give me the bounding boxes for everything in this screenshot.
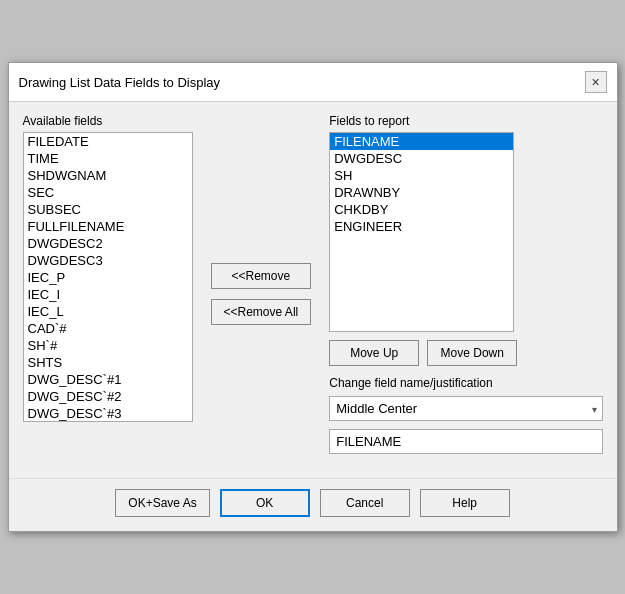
middle-buttons-panel: <<Remove <<Remove All xyxy=(203,114,320,454)
dialog-title: Drawing List Data Fields to Display xyxy=(19,75,221,90)
field-name-input[interactable] xyxy=(329,429,602,454)
available-field-item[interactable]: DWG_DESC`#1 xyxy=(24,371,192,388)
close-button[interactable]: × xyxy=(585,71,607,93)
footer: OK+Save As OK Cancel Help xyxy=(9,478,617,531)
available-field-item[interactable]: DWGDESC2 xyxy=(24,235,192,252)
report-field-item[interactable]: DRAWNBY xyxy=(330,184,513,201)
ok-button[interactable]: OK xyxy=(220,489,310,517)
report-field-item[interactable]: FILENAME xyxy=(330,133,513,150)
available-field-item[interactable]: FULLFILENAME xyxy=(24,218,192,235)
available-field-item[interactable]: CAD`# xyxy=(24,320,192,337)
fields-to-report-listbox[interactable]: FILENAMEDWGDESCSHDRAWNBYCHKDBYENGINEER xyxy=(329,132,514,332)
available-field-item[interactable]: SEC xyxy=(24,184,192,201)
available-field-item[interactable]: DWGDESC3 xyxy=(24,252,192,269)
move-buttons: Move Up Move Down xyxy=(329,340,602,366)
available-field-item[interactable]: DWG_DESC`#2 xyxy=(24,388,192,405)
available-field-item[interactable]: TIME xyxy=(24,150,192,167)
help-button[interactable]: Help xyxy=(420,489,510,517)
title-bar: Drawing List Data Fields to Display × xyxy=(9,63,617,102)
available-field-item[interactable]: SHDWGNAM xyxy=(24,167,192,184)
report-field-item[interactable]: DWGDESC xyxy=(330,150,513,167)
available-fields-panel: Available fields FILEDATETIMESHDWGNAMSEC… xyxy=(23,114,193,454)
remove-button[interactable]: <<Remove xyxy=(211,263,312,289)
right-panel: Fields to report FILENAMEDWGDESCSHDRAWNB… xyxy=(329,114,602,454)
right-bottom: Move Up Move Down Change field name/just… xyxy=(329,340,602,454)
available-field-item[interactable]: SUBSEC xyxy=(24,201,192,218)
change-field-label: Change field name/justification xyxy=(329,376,602,390)
move-up-button[interactable]: Move Up xyxy=(329,340,419,366)
available-field-item[interactable]: SHTS xyxy=(24,354,192,371)
available-field-item[interactable]: IEC_I xyxy=(24,286,192,303)
move-down-button[interactable]: Move Down xyxy=(427,340,517,366)
justification-select[interactable]: Middle CenterTop LeftTop CenterTop Right… xyxy=(329,396,602,421)
available-fields-listbox[interactable]: FILEDATETIMESHDWGNAMSECSUBSECFULLFILENAM… xyxy=(23,132,193,422)
available-field-item[interactable]: IEC_P xyxy=(24,269,192,286)
report-field-item[interactable]: CHKDBY xyxy=(330,201,513,218)
dialog-body: Available fields FILEDATETIMESHDWGNAMSEC… xyxy=(9,102,617,478)
remove-all-button[interactable]: <<Remove All xyxy=(211,299,312,325)
available-field-item[interactable]: IEC_L xyxy=(24,303,192,320)
main-row: Available fields FILEDATETIMESHDWGNAMSEC… xyxy=(23,114,603,454)
available-field-item[interactable]: DWG_DESC`#3 xyxy=(24,405,192,422)
justification-select-wrapper: Middle CenterTop LeftTop CenterTop Right… xyxy=(329,396,602,421)
main-dialog: Drawing List Data Fields to Display × Av… xyxy=(8,62,618,532)
fields-to-report-label: Fields to report xyxy=(329,114,602,128)
available-field-item[interactable]: FILEDATE xyxy=(24,133,192,150)
available-field-item[interactable]: SH`# xyxy=(24,337,192,354)
cancel-button[interactable]: Cancel xyxy=(320,489,410,517)
report-field-item[interactable]: SH xyxy=(330,167,513,184)
ok-save-as-button[interactable]: OK+Save As xyxy=(115,489,209,517)
available-fields-label: Available fields xyxy=(23,114,193,128)
report-field-item[interactable]: ENGINEER xyxy=(330,218,513,235)
